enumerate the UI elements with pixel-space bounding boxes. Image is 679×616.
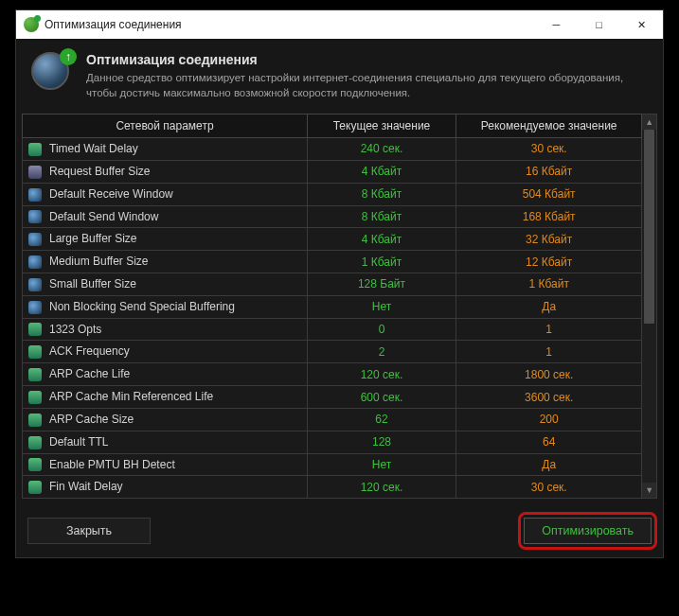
- minimize-button[interactable]: ─: [535, 10, 578, 39]
- param-cell: ARP Cache Min Referenced Life: [23, 386, 308, 409]
- param-cell: 1323 Opts: [23, 318, 308, 341]
- param-cell: Medium Buffer Size: [23, 251, 308, 273]
- current-value: 8 Кбайт: [307, 205, 456, 228]
- col-current: Текущее значение: [307, 114, 456, 138]
- optimize-highlight: Оптимизировать: [518, 512, 657, 550]
- param-name: Small Buffer Size: [49, 277, 136, 290]
- current-value: 120 сек.: [307, 476, 456, 499]
- header-subtext: Данное средство оптимизирует настройки и…: [86, 71, 648, 100]
- param-cell: ARP Cache Life: [23, 363, 308, 386]
- table-row[interactable]: 1323 Opts01: [23, 318, 642, 341]
- param-name: Non Blocking Send Special Buffering: [49, 300, 235, 313]
- table-row[interactable]: Default TTL12864: [23, 431, 642, 453]
- param-cell: Large Buffer Size: [23, 228, 308, 251]
- current-value: 8 Кбайт: [307, 183, 456, 205]
- current-value: 120 сек.: [307, 363, 456, 386]
- param-cell: ACK Frequency: [23, 341, 308, 363]
- optimize-button[interactable]: Оптимизировать: [524, 518, 652, 544]
- col-param: Сетевой параметр: [23, 114, 308, 138]
- current-value: 0: [307, 318, 456, 341]
- recommended-value: 168 Кбайт: [456, 205, 642, 228]
- scroll-down-button[interactable]: ▼: [642, 483, 656, 498]
- table-row[interactable]: ARP Cache Life120 сек.1800 сек.: [23, 363, 642, 386]
- current-value: 2: [307, 341, 456, 363]
- param-icon: [28, 368, 42, 381]
- close-button[interactable]: Закрыть: [27, 518, 151, 544]
- param-icon: [28, 301, 42, 314]
- table-row[interactable]: Small Buffer Size128 Байт1 Кбайт: [23, 273, 642, 296]
- current-value: 62: [307, 408, 456, 431]
- param-icon: [28, 166, 42, 179]
- current-value: 4 Кбайт: [307, 228, 456, 251]
- recommended-value: 30 сек.: [456, 138, 642, 161]
- current-value: Нет: [307, 295, 456, 318]
- param-cell: ARP Cache Size: [23, 408, 308, 431]
- recommended-value: 1: [456, 341, 642, 363]
- param-name: Request Buffer Size: [49, 165, 151, 178]
- param-cell: Default Receive Window: [23, 183, 308, 205]
- param-name: ACK Frequency: [49, 344, 130, 358]
- param-name: ARP Cache Life: [49, 367, 130, 380]
- param-icon: [28, 233, 42, 246]
- scroll-up-button[interactable]: ▲: [642, 114, 656, 130]
- col-recommended: Рекомендуемое значение: [456, 114, 642, 138]
- current-value: 240 сек.: [307, 138, 456, 161]
- table-row[interactable]: Timed Wait Delay240 сек.30 сек.: [23, 138, 642, 161]
- settings-table: Сетевой параметр Текущее значение Рекоме…: [22, 114, 642, 499]
- recommended-value: 1800 сек.: [456, 363, 642, 386]
- table-row[interactable]: Default Send Window8 Кбайт168 Кбайт: [23, 205, 642, 228]
- param-cell: Enable PMTU BH Detect: [23, 453, 308, 476]
- table-row[interactable]: Default Receive Window8 Кбайт504 Кбайт: [23, 183, 642, 205]
- table-row[interactable]: Request Buffer Size4 Кбайт16 Кбайт: [23, 160, 642, 183]
- table-row[interactable]: ARP Cache Min Referenced Life600 сек.360…: [23, 386, 642, 409]
- current-value: 4 Кбайт: [307, 160, 456, 183]
- current-value: 1 Кбайт: [307, 251, 456, 273]
- param-name: Medium Buffer Size: [49, 255, 149, 268]
- window-title: Оптимизация соединения: [45, 18, 182, 31]
- param-name: ARP Cache Size: [49, 413, 134, 426]
- table-row[interactable]: Fin Wait Delay120 сек.30 сек.: [23, 476, 642, 499]
- table-row[interactable]: Non Blocking Send Special BufferingНетДа: [23, 295, 642, 318]
- param-icon: [28, 323, 42, 336]
- param-cell: Small Buffer Size: [23, 273, 308, 296]
- param-name: Fin Wait Delay: [49, 480, 123, 493]
- param-icon: [28, 210, 42, 223]
- param-name: Default TTL: [49, 435, 108, 449]
- table-row[interactable]: Large Buffer Size4 Кбайт32 Кбайт: [23, 228, 642, 251]
- table-row[interactable]: Medium Buffer Size1 Кбайт12 Кбайт: [23, 251, 642, 273]
- recommended-value: 504 Кбайт: [456, 183, 642, 205]
- maximize-button[interactable]: □: [578, 10, 620, 39]
- param-icon: [28, 481, 42, 494]
- current-value: Нет: [307, 453, 456, 476]
- table-row[interactable]: Enable PMTU BH DetectНетДа: [23, 453, 642, 476]
- param-icon: [28, 414, 42, 427]
- param-icon: [28, 278, 42, 291]
- app-window: Оптимизация соединения ─ □ ✕ ↑ Оптимизац…: [15, 9, 664, 558]
- param-name: Enable PMTU BH Detect: [49, 458, 175, 471]
- recommended-value: 16 Кбайт: [456, 160, 642, 183]
- param-name: 1323 Opts: [49, 323, 101, 336]
- current-value: 128: [307, 431, 456, 453]
- param-name: ARP Cache Min Referenced Life: [49, 390, 213, 403]
- param-icon: [28, 143, 42, 156]
- param-icon: [28, 458, 42, 471]
- recommended-value: Да: [456, 453, 642, 476]
- recommended-value: 1: [456, 318, 642, 341]
- vertical-scrollbar[interactable]: ▲ ▼: [642, 114, 657, 499]
- table-row[interactable]: ACK Frequency21: [23, 341, 642, 363]
- param-name: Default Send Window: [49, 210, 158, 223]
- table-row[interactable]: ARP Cache Size62200: [23, 408, 642, 431]
- recommended-value: 32 Кбайт: [456, 228, 642, 251]
- param-cell: Default TTL: [23, 431, 308, 453]
- param-cell: Default Send Window: [23, 205, 308, 228]
- param-icon: [28, 255, 42, 269]
- scroll-thumb[interactable]: [644, 130, 654, 324]
- param-cell: Timed Wait Delay: [23, 138, 308, 161]
- header: ↑ Оптимизация соединения Данное средство…: [16, 39, 663, 114]
- recommended-value: 12 Кбайт: [456, 251, 642, 273]
- recommended-value: 1 Кбайт: [456, 273, 642, 296]
- close-window-button[interactable]: ✕: [620, 10, 663, 39]
- param-icon: [28, 391, 42, 404]
- param-name: Default Receive Window: [49, 187, 173, 201]
- recommended-value: 3600 сек.: [456, 386, 642, 409]
